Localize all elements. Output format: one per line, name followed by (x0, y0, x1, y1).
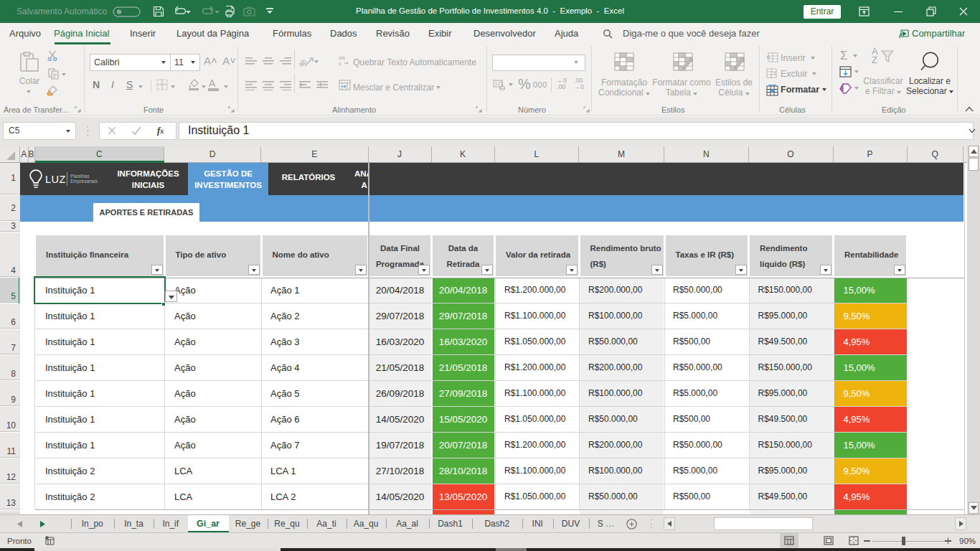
svg-text:c: c (339, 60, 341, 66)
svg-text:123: 123 (495, 81, 504, 86)
